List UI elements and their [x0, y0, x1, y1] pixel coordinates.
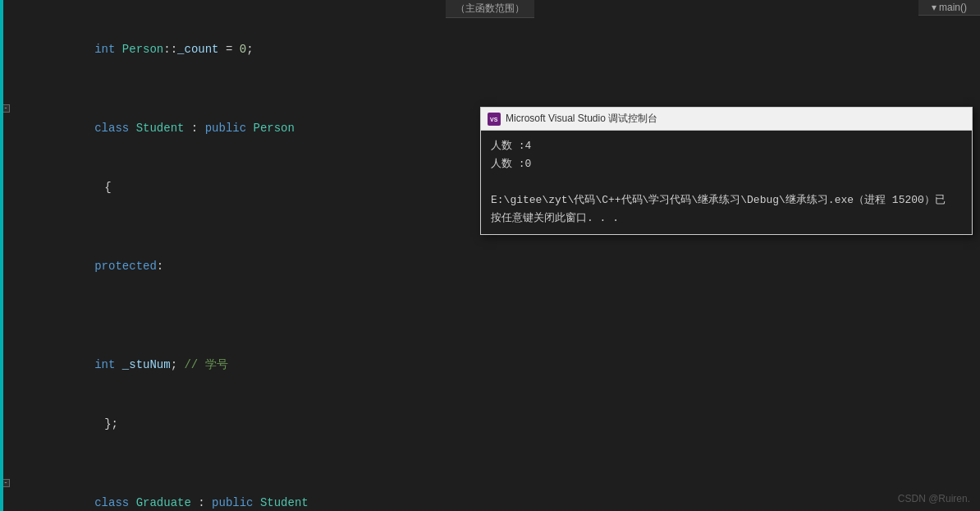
code-editor: int Person::_count = 0; - class Student …: [0, 0, 980, 511]
line-content-6: int _stuNum; // 学号: [33, 296, 980, 394]
csdn-watermark: CSDN @Ruiren.: [898, 493, 970, 504]
line-content-8: [33, 453, 980, 473]
debug-body: 人数 :4 人数 :0 E:\gitee\zyt\代码\C++代码\学习代码\继…: [481, 131, 972, 234]
vs-icon: VS: [488, 113, 501, 126]
line-8: [0, 453, 980, 473]
accent-border: [0, 0, 3, 511]
debug-console-window: VS Microsoft Visual Studio 调试控制台 人数 :4 人…: [480, 107, 973, 235]
line-7: };: [0, 394, 980, 453]
line-9: - class Graduate : public Student: [0, 473, 980, 511]
line-content-9: class Graduate : public Student: [33, 473, 980, 511]
debug-output-2: 人数 :0: [491, 155, 962, 173]
debug-output-blank: [491, 173, 962, 191]
code-lines: int Person::_count = 0; - class Student …: [0, 0, 980, 511]
line-content-7: };: [33, 394, 980, 453]
line-6: int _stuNum; // 学号: [0, 296, 980, 394]
top-center-label: （主函数范围）: [446, 0, 534, 18]
debug-prompt: 按任意键关闭此窗口. . .: [491, 209, 962, 228]
top-right-label: ▾ main(): [918, 0, 980, 16]
debug-titlebar: VS Microsoft Visual Studio 调试控制台: [481, 108, 972, 131]
debug-title: Microsoft Visual Studio 调试控制台: [506, 112, 965, 126]
line-content-2: [33, 79, 980, 99]
debug-output-1: 人数 :4: [491, 137, 962, 155]
line-2: [0, 79, 980, 99]
svg-text:VS: VS: [490, 117, 498, 122]
debug-path-line: E:\gitee\zyt\代码\C++代码\学习代码\继承练习\Debug\继承…: [491, 191, 962, 209]
